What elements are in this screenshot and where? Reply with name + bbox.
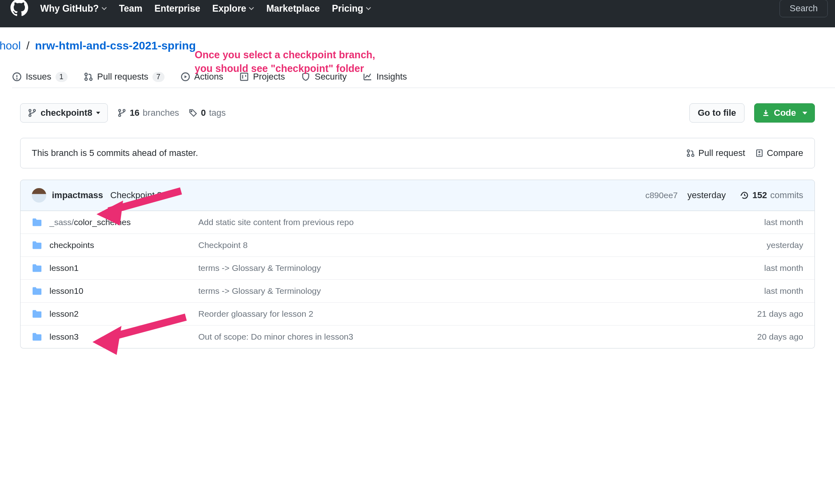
file-date: last month: [764, 286, 803, 296]
issues-count: 1: [56, 72, 68, 82]
svg-point-4: [85, 78, 87, 80]
caret-down-icon: [96, 112, 100, 114]
latest-commit: impactmass Checkpoint 8 c890ee7 yesterda…: [20, 180, 815, 211]
svg-point-5: [90, 78, 92, 80]
file-name-link[interactable]: checkpoints: [49, 240, 94, 250]
history-icon: [740, 191, 749, 200]
pulls-count: 7: [152, 72, 165, 82]
branch-compare-banner: This branch is 5 commits ahead of master…: [20, 138, 815, 168]
svg-point-17: [687, 150, 690, 152]
nav-team[interactable]: Team: [119, 3, 142, 14]
repo-heading: School / nrw-html-and-css-2021-spring: [0, 27, 835, 52]
file-date: 20 days ago: [757, 332, 803, 342]
table-row: checkpoints Checkpoint 8 yesterday: [21, 234, 814, 256]
table-row: _sass/color_schemes Add static site cont…: [21, 211, 814, 234]
file-commit-msg[interactable]: Add static site content from previous re…: [198, 217, 764, 227]
table-row: lesson1 terms -> Glossary & Terminology …: [21, 256, 814, 279]
nav-pricing[interactable]: Pricing: [332, 3, 371, 14]
svg-rect-7: [241, 73, 248, 80]
file-commit-msg[interactable]: terms -> Glossary & Terminology: [198, 263, 764, 273]
file-date: yesterday: [767, 240, 803, 250]
folder-icon: [32, 241, 42, 250]
commit-sha-link[interactable]: c890ee7: [645, 191, 678, 200]
git-pull-request-icon: [686, 149, 695, 158]
file-name-link[interactable]: lesson10: [49, 286, 83, 296]
file-actionbar: checkpoint8 16 branches 0 tags Go to fil…: [20, 88, 815, 123]
svg-point-18: [687, 154, 690, 157]
tag-icon: [189, 109, 197, 117]
file-commit-msg[interactable]: Checkpoint 8: [198, 240, 767, 250]
folder-icon: [32, 287, 42, 295]
svg-point-12: [33, 109, 35, 111]
svg-point-13: [119, 109, 121, 111]
nav-enterprise[interactable]: Enterprise: [154, 3, 200, 14]
svg-point-19: [692, 154, 694, 157]
folder-icon: [32, 264, 42, 272]
folder-icon: [32, 332, 42, 341]
commit-message-link[interactable]: Checkpoint 8: [110, 190, 162, 201]
git-branch-icon: [28, 109, 37, 117]
code-button[interactable]: Code: [754, 103, 815, 123]
repo-link[interactable]: nrw-html-and-css-2021-spring: [35, 39, 196, 52]
search-input[interactable]: Search: [779, 0, 828, 17]
folder-icon: [32, 218, 42, 227]
table-row: lesson10 terms -> Glossary & Terminology…: [21, 279, 814, 302]
tab-security[interactable]: Security: [301, 72, 346, 82]
caret-down-icon: [802, 112, 807, 115]
folder-icon: [32, 309, 42, 318]
file-date: 21 days ago: [757, 309, 803, 319]
tab-issues[interactable]: Issues 1: [12, 72, 68, 82]
file-name-link[interactable]: lesson3: [49, 332, 78, 342]
file-name-link[interactable]: _sass/color_schemes: [49, 217, 131, 227]
tab-insights[interactable]: Insights: [363, 72, 407, 82]
file-name-link[interactable]: lesson1: [49, 263, 78, 273]
repo-tabs: Issues 1 Pull requests 7 Actions Project…: [12, 52, 835, 88]
github-logo-icon[interactable]: [10, 0, 28, 18]
file-commit-msg[interactable]: Out of scope: Do minor chores in lesson3: [198, 332, 757, 342]
commit-time: yesterday: [687, 190, 726, 201]
tab-pull-requests[interactable]: Pull requests 7: [84, 72, 165, 82]
avatar[interactable]: [32, 188, 46, 203]
nav-marketplace[interactable]: Marketplace: [266, 3, 320, 14]
svg-point-10: [29, 109, 31, 111]
file-diff-icon: [755, 149, 764, 158]
compare-link[interactable]: Compare: [755, 148, 803, 158]
tab-actions[interactable]: Actions: [181, 72, 223, 82]
branch-select-button[interactable]: checkpoint8: [20, 103, 108, 123]
owner-link[interactable]: School: [0, 39, 21, 52]
commits-link[interactable]: 152 commits: [740, 190, 803, 201]
table-row: lesson2 Reorder gloassary for lesson 2 2…: [21, 302, 814, 325]
nav-why-github[interactable]: Why GitHub?: [40, 3, 107, 14]
commit-author-link[interactable]: impactmass: [52, 190, 103, 201]
tags-link[interactable]: 0 tags: [189, 108, 226, 118]
svg-point-14: [119, 115, 121, 117]
file-list: _sass/color_schemes Add static site cont…: [20, 211, 815, 348]
svg-point-3: [85, 73, 87, 76]
branches-link[interactable]: 16 branches: [117, 108, 179, 118]
git-branch-icon: [117, 109, 126, 117]
svg-point-16: [191, 111, 192, 112]
file-name-link[interactable]: lesson2: [49, 309, 78, 319]
download-icon: [762, 109, 770, 117]
file-date: last month: [764, 263, 803, 273]
table-row: lesson3 Out of scope: Do minor chores in…: [21, 325, 814, 348]
pull-request-link[interactable]: Pull request: [686, 148, 745, 158]
svg-point-11: [29, 115, 31, 117]
go-to-file-button[interactable]: Go to file: [689, 103, 745, 123]
file-commit-msg[interactable]: Reorder gloassary for lesson 2: [198, 309, 757, 319]
compare-message: This branch is 5 commits ahead of master…: [32, 148, 677, 158]
global-header: Why GitHub? Team Enterprise Explore Mark…: [0, 0, 835, 27]
svg-point-2: [16, 78, 17, 79]
tab-projects[interactable]: Projects: [239, 72, 285, 82]
nav-explore[interactable]: Explore: [212, 3, 254, 14]
file-commit-msg[interactable]: terms -> Glossary & Terminology: [198, 286, 764, 296]
svg-point-15: [123, 109, 125, 111]
file-date: last month: [764, 217, 803, 227]
